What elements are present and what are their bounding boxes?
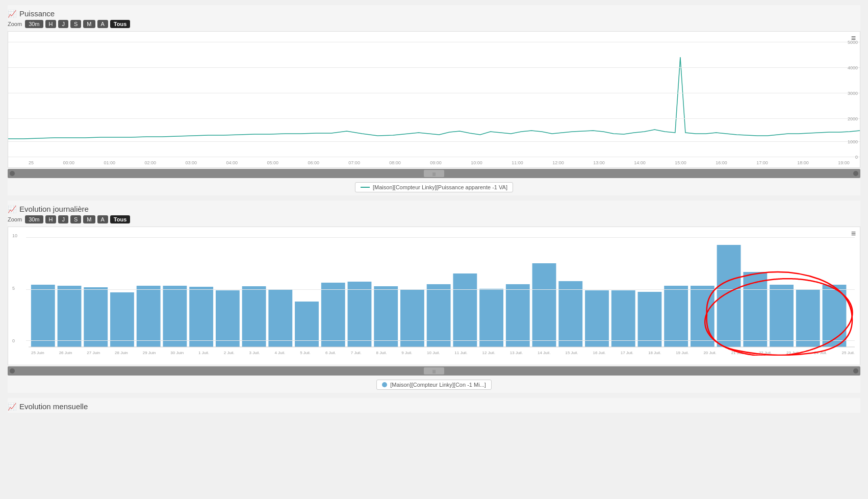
- svg-rect-26: [717, 245, 741, 347]
- y-label-5: 5: [12, 286, 15, 291]
- svg-rect-12: [348, 282, 372, 347]
- svg-rect-16: [453, 273, 477, 347]
- svg-rect-2: [84, 287, 108, 347]
- j-zoom-h-btn[interactable]: H: [45, 215, 57, 223]
- journaliere-svg: [8, 227, 860, 350]
- svg-rect-28: [770, 285, 794, 347]
- zoom-tous-btn[interactable]: Tous: [110, 20, 130, 28]
- journaliere-chart-container: ≡ 10 5 0: [8, 227, 860, 365]
- puissance-x-axis: 2500:0001:0002:0003:00 04:0005:0006:0007…: [8, 159, 860, 167]
- journaliere-zoom-row: Zoom 30m H J S M A Tous: [8, 215, 860, 223]
- scrollbar-right-handle[interactable]: [853, 171, 858, 176]
- svg-rect-8: [242, 286, 266, 347]
- svg-rect-3: [110, 292, 134, 347]
- svg-rect-27: [743, 272, 767, 347]
- svg-rect-24: [664, 286, 688, 347]
- legend-dot-symbol: [382, 382, 387, 387]
- scrollbar-center-handle[interactable]: |||: [424, 170, 444, 177]
- grid-line-0: [26, 340, 855, 341]
- legend-line-symbol: [361, 187, 370, 188]
- j-scrollbar-right-handle[interactable]: [853, 368, 858, 373]
- puissance-svg: [8, 32, 860, 159]
- j-zoom-s-btn[interactable]: S: [70, 215, 81, 223]
- page-container: 📈 Puissance Zoom 30m H J S M A Tous ≡ 50…: [0, 0, 868, 423]
- svg-rect-6: [189, 287, 213, 347]
- journaliere-label: Evolution journalière: [19, 205, 89, 213]
- svg-rect-4: [137, 286, 161, 347]
- svg-rect-17: [479, 289, 503, 347]
- svg-rect-11: [321, 283, 345, 347]
- journaliere-section: 📈 Evolution journalière Zoom 30m H J S M…: [8, 201, 860, 393]
- journaliere-legend-row: [Maison][Compteur Linky][Con -1 Mi...]: [8, 377, 860, 393]
- journaliere-icon: 📈: [8, 205, 16, 213]
- j-zoom-m-btn[interactable]: M: [83, 215, 95, 223]
- svg-rect-21: [585, 290, 609, 347]
- mensuelle-title: 📈 Evolution mensuelle: [8, 398, 860, 413]
- grid-line-10: [26, 237, 855, 238]
- puissance-line-chart: 5000 4000 3000 2000 1000 0: [8, 32, 860, 159]
- svg-rect-23: [638, 292, 662, 347]
- zoom-j-btn[interactable]: J: [58, 20, 68, 28]
- journaliere-legend-label: [Maison][Compteur Linky][Con -1 Mi...]: [390, 382, 486, 388]
- zoom-m-btn[interactable]: M: [83, 20, 95, 28]
- j-zoom-tous-btn[interactable]: Tous: [110, 215, 130, 223]
- j-zoom-30m-btn[interactable]: 30m: [25, 215, 43, 223]
- svg-rect-20: [558, 281, 582, 347]
- journaliere-menu-icon[interactable]: ≡: [851, 229, 856, 238]
- puissance-scrollbar[interactable]: |||: [8, 169, 860, 178]
- y-label-10: 10: [12, 233, 17, 238]
- j-scrollbar-center-handle[interactable]: |||: [424, 367, 444, 375]
- j-scrollbar-left-handle[interactable]: [10, 368, 15, 373]
- j-zoom-a-btn[interactable]: A: [97, 215, 108, 223]
- svg-rect-5: [163, 286, 187, 347]
- svg-rect-15: [427, 284, 451, 347]
- svg-rect-25: [691, 286, 714, 347]
- puissance-legend-item[interactable]: [Maison][Compteur Linky][Puissance appar…: [355, 182, 513, 192]
- svg-rect-0: [31, 285, 55, 347]
- svg-rect-7: [216, 290, 240, 347]
- svg-rect-22: [611, 290, 635, 347]
- grid-line-5: [26, 289, 855, 290]
- puissance-chart-container: ≡ 5000 4000 3000 2000 1000 0 2500:0001:0…: [8, 31, 860, 168]
- svg-rect-29: [796, 289, 820, 347]
- svg-rect-9: [268, 290, 292, 347]
- zoom-s-btn[interactable]: S: [70, 20, 81, 28]
- zoom-h-btn[interactable]: H: [45, 20, 57, 28]
- puissance-title: 📈 Puissance: [8, 5, 860, 20]
- journaliere-legend-item[interactable]: [Maison][Compteur Linky][Con -1 Mi...]: [376, 380, 492, 390]
- scrollbar-left-handle[interactable]: [10, 171, 15, 176]
- j-zoom-j-btn[interactable]: J: [58, 215, 68, 223]
- journaliere-x-axis: 25 Juin26 Juin27 Juin28 Juin29 Juin 30 J…: [8, 350, 860, 356]
- y-label-0: 0: [12, 338, 15, 343]
- zoom-30m-btn[interactable]: 30m: [25, 20, 43, 28]
- puissance-legend-label: [Maison][Compteur Linky][Puissance appar…: [373, 184, 507, 190]
- puissance-zoom-row: Zoom 30m H J S M A Tous: [8, 20, 860, 28]
- journaliere-zoom-label: Zoom: [8, 216, 22, 222]
- zoom-a-btn[interactable]: A: [97, 20, 108, 28]
- puissance-label: Puissance: [19, 9, 55, 18]
- puissance-zoom-label: Zoom: [8, 21, 22, 27]
- puissance-menu-icon[interactable]: ≡: [851, 34, 856, 43]
- svg-rect-19: [532, 263, 556, 347]
- svg-rect-13: [374, 286, 398, 347]
- svg-rect-1: [58, 286, 82, 347]
- puissance-legend-row: [Maison][Compteur Linky][Puissance appar…: [8, 179, 860, 195]
- mensuelle-icon: 📈: [8, 403, 16, 411]
- svg-rect-18: [506, 284, 530, 347]
- svg-rect-30: [823, 285, 847, 347]
- mensuelle-section: 📈 Evolution mensuelle: [8, 398, 860, 413]
- journaliere-scrollbar[interactable]: |||: [8, 366, 860, 376]
- journaliere-title: 📈 Evolution journalière: [8, 201, 860, 215]
- mensuelle-label: Evolution mensuelle: [19, 402, 88, 411]
- svg-rect-14: [400, 289, 424, 347]
- journaliere-bar-chart: 10 5 0: [8, 227, 860, 365]
- puissance-icon: 📈: [8, 10, 16, 18]
- puissance-section: 📈 Puissance Zoom 30m H J S M A Tous ≡ 50…: [8, 5, 860, 195]
